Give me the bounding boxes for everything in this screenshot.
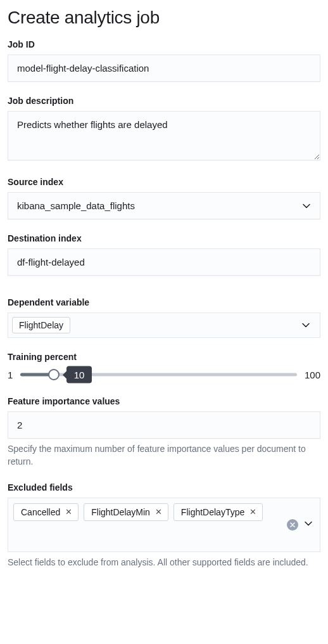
label-dependent-variable: Dependent variable xyxy=(8,297,320,307)
field-destination-index: Destination index xyxy=(8,233,320,276)
tag-excluded-field: Cancelled ✕ xyxy=(13,503,79,521)
chevron-down-icon xyxy=(301,320,311,330)
field-job-description: Job description Predicts whether flights… xyxy=(8,96,320,163)
tag-excluded-field: FlightDelayMin ✕ xyxy=(84,503,168,521)
clear-icon[interactable] xyxy=(287,519,298,531)
label-feature-importance: Feature importance values xyxy=(8,396,320,406)
close-icon[interactable]: ✕ xyxy=(65,508,72,516)
select-dependent-variable[interactable]: FlightDelay xyxy=(8,312,320,338)
close-icon[interactable]: ✕ xyxy=(155,508,162,516)
slider-training-percent[interactable]: 10 xyxy=(20,367,297,382)
tag-label: FlightDelayMin xyxy=(91,507,150,517)
textarea-job-description[interactable]: Predicts whether flights are delayed xyxy=(8,111,320,160)
label-job-description: Job description xyxy=(8,96,320,106)
help-feature-importance: Specify the maximum number of feature im… xyxy=(8,442,320,468)
slider-thumb[interactable] xyxy=(48,369,60,380)
input-job-id[interactable] xyxy=(8,55,320,82)
field-excluded-fields: Excluded fields Cancelled ✕ FlightDelayM… xyxy=(8,482,320,569)
field-training-percent: Training percent 1 10 100 xyxy=(8,352,320,382)
page-title: Create analytics job xyxy=(8,8,320,28)
slider-min: 1 xyxy=(8,370,13,380)
close-icon[interactable]: ✕ xyxy=(249,508,256,516)
help-excluded-fields: Select fields to exclude from analysis. … xyxy=(8,556,320,569)
label-destination-index: Destination index xyxy=(8,233,320,243)
field-source-index: Source index kibana_sample_data_flights xyxy=(8,177,320,219)
input-destination-index[interactable] xyxy=(8,248,320,276)
label-excluded-fields: Excluded fields xyxy=(8,482,320,493)
select-source-index[interactable]: kibana_sample_data_flights xyxy=(8,192,320,219)
label-training-percent: Training percent xyxy=(8,352,320,362)
multiselect-excluded-fields[interactable]: Cancelled ✕ FlightDelayMin ✕ FlightDelay… xyxy=(8,498,320,552)
slider-max: 100 xyxy=(305,370,320,380)
field-feature-importance: Feature importance values Specify the ma… xyxy=(8,396,320,468)
input-feature-importance[interactable] xyxy=(8,411,320,439)
label-job-id: Job ID xyxy=(8,39,320,49)
field-dependent-variable: Dependent variable FlightDelay xyxy=(8,297,320,338)
label-source-index: Source index xyxy=(8,177,320,187)
pill-dependent-variable: FlightDelay xyxy=(12,317,70,333)
tag-label: Cancelled xyxy=(21,507,60,517)
tag-label: FlightDelayType xyxy=(181,507,244,517)
field-job-id: Job ID xyxy=(8,39,320,82)
tag-excluded-field: FlightDelayType ✕ xyxy=(173,503,263,521)
slider-tooltip: 10 xyxy=(66,366,92,383)
chevron-down-icon[interactable] xyxy=(303,518,313,531)
